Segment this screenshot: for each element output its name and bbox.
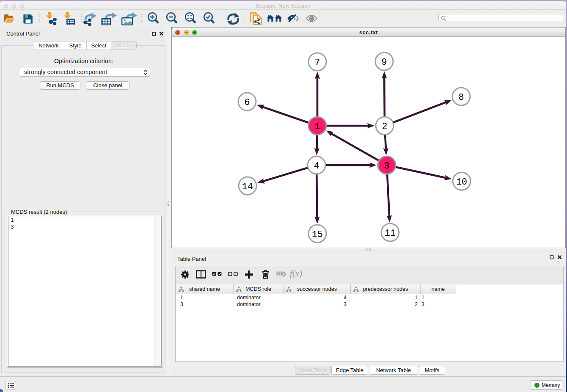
svg-text:6: 6 [245, 97, 250, 108]
svg-text:1: 1 [315, 121, 320, 132]
svg-text:7: 7 [315, 58, 320, 68]
svg-text:15: 15 [312, 229, 323, 240]
svg-text:11: 11 [385, 228, 396, 238]
svg-text:14: 14 [242, 182, 253, 192]
svg-text:8: 8 [459, 92, 464, 102]
svg-text:10: 10 [456, 177, 467, 187]
svg-text:4: 4 [314, 161, 319, 171]
svg-text:3: 3 [384, 161, 390, 171]
svg-text:9: 9 [382, 57, 387, 67]
svg-text:2: 2 [382, 121, 388, 132]
